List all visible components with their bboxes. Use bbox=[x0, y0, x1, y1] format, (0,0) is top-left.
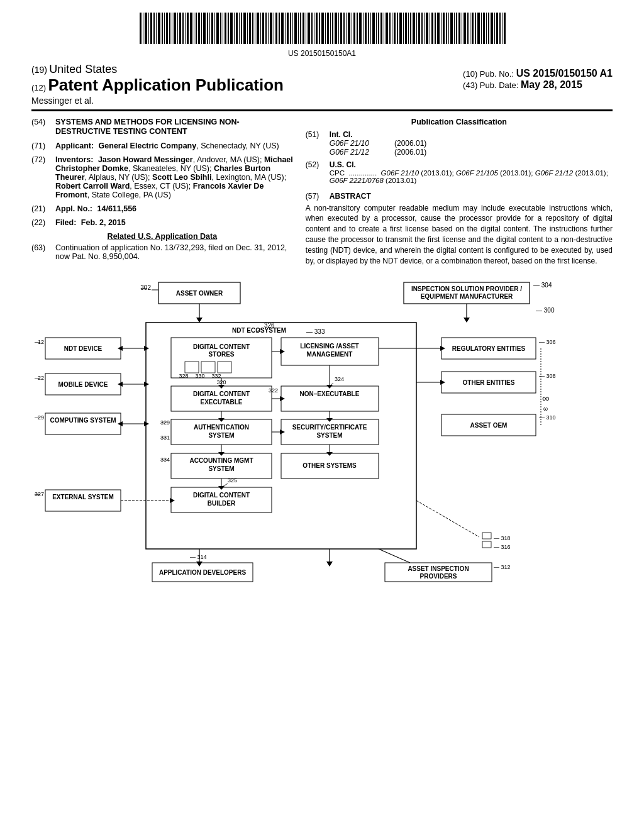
applicant-num: (71) bbox=[31, 141, 55, 150]
svg-text:—: — bbox=[35, 375, 40, 381]
type-num: (12) bbox=[31, 83, 46, 92]
svg-rect-16 bbox=[182, 13, 184, 44]
country-name: United States bbox=[49, 63, 117, 75]
svg-rect-133 bbox=[496, 13, 498, 44]
inventors-num: (72) bbox=[31, 155, 55, 199]
svg-text:—: — bbox=[35, 414, 40, 421]
svg-rect-108 bbox=[430, 13, 430, 44]
svg-line-226 bbox=[379, 549, 410, 563]
svg-rect-26 bbox=[209, 13, 210, 44]
int-cl-label: Int. Cl. bbox=[330, 130, 353, 139]
svg-marker-242 bbox=[218, 486, 225, 490]
svg-rect-104 bbox=[418, 13, 420, 44]
svg-rect-101 bbox=[410, 13, 411, 44]
svg-rect-233 bbox=[482, 541, 491, 548]
svg-marker-167 bbox=[280, 396, 285, 401]
svg-rect-63 bbox=[308, 13, 310, 44]
svg-marker-231 bbox=[326, 562, 333, 567]
svg-rect-1 bbox=[143, 13, 143, 44]
svg-rect-0 bbox=[140, 13, 142, 44]
label-314: — 314 bbox=[190, 554, 207, 560]
svg-rect-40 bbox=[247, 13, 248, 44]
svg-rect-50 bbox=[274, 13, 274, 44]
label-333: — 333 bbox=[306, 328, 325, 335]
svg-rect-20 bbox=[194, 13, 194, 44]
svg-rect-79 bbox=[352, 13, 352, 44]
svg-rect-49 bbox=[270, 13, 272, 44]
svg-marker-246 bbox=[326, 418, 333, 422]
svg-marker-248 bbox=[326, 452, 333, 456]
svg-rect-27 bbox=[211, 13, 213, 44]
label-328: 328 bbox=[179, 373, 188, 379]
pub-no-line: (10) Pub. No.: US 2015/0150150 A1 bbox=[463, 68, 613, 79]
svg-rect-132 bbox=[494, 13, 495, 44]
svg-line-234 bbox=[416, 501, 479, 537]
svg-rect-10 bbox=[166, 13, 168, 44]
left-header: (19) United States (12) Patent Applicati… bbox=[31, 63, 284, 106]
svg-rect-39 bbox=[243, 13, 246, 44]
us-cl-row: (52) U.S. Cl. CPC .............. G06F 21… bbox=[306, 160, 613, 184]
svg-rect-61 bbox=[303, 13, 304, 44]
label-308: — 308 bbox=[539, 373, 556, 379]
svg-text:—: — bbox=[161, 456, 167, 463]
pub-date-num: (43) bbox=[463, 80, 477, 90]
svg-rect-72 bbox=[332, 13, 333, 44]
svg-rect-123 bbox=[470, 13, 470, 44]
svg-rect-81 bbox=[357, 13, 358, 44]
right-header: (10) Pub. No.: US 2015/0150150 A1 (43) P… bbox=[463, 63, 613, 91]
svg-rect-28 bbox=[214, 13, 215, 44]
svg-rect-109 bbox=[431, 13, 433, 44]
svg-rect-232 bbox=[482, 533, 491, 539]
title-field: (54) SYSTEMS AND METHODS FOR LICENSING N… bbox=[31, 118, 293, 136]
pub-no-value: US 2015/0150150 A1 bbox=[516, 68, 613, 79]
svg-rect-57 bbox=[292, 13, 293, 44]
svg-text:SECURITY/CERTIFICATE: SECURITY/CERTIFICATE bbox=[292, 424, 367, 431]
svg-rect-14 bbox=[177, 13, 178, 44]
svg-text:NDT DEVICE: NDT DEVICE bbox=[64, 345, 103, 352]
svg-rect-33 bbox=[228, 13, 229, 44]
svg-text:AUTHENTICATION: AUTHENTICATION bbox=[194, 424, 249, 431]
svg-rect-13 bbox=[174, 13, 176, 44]
svg-rect-134 bbox=[499, 13, 501, 44]
svg-rect-122 bbox=[467, 13, 469, 44]
section-title: Publication Classification bbox=[306, 118, 613, 126]
label-332: 332 bbox=[211, 373, 221, 379]
svg-rect-107 bbox=[426, 13, 428, 44]
svg-rect-24 bbox=[203, 13, 206, 44]
svg-rect-3 bbox=[148, 13, 149, 44]
diagram-area: ASSET OWNER 302 — INSPECTION SOLUTION PR… bbox=[31, 276, 613, 584]
appl-no-num: (21) bbox=[31, 204, 55, 213]
svg-rect-36 bbox=[236, 13, 238, 44]
pub-date-line: (43) Pub. Date: May 28, 2015 bbox=[463, 79, 613, 91]
svg-rect-66 bbox=[316, 13, 318, 44]
svg-rect-41 bbox=[249, 13, 251, 44]
barcode-svg bbox=[133, 13, 511, 44]
svg-rect-15 bbox=[179, 13, 181, 44]
svg-rect-106 bbox=[424, 13, 425, 44]
svg-rect-30 bbox=[220, 13, 221, 44]
svg-rect-126 bbox=[477, 13, 480, 44]
filed-value: Feb. 2, 2015 bbox=[81, 218, 126, 227]
svg-rect-51 bbox=[275, 13, 277, 44]
appl-no-field: (21) Appl. No.: 14/611,556 bbox=[31, 204, 293, 213]
country-line: (19) United States bbox=[31, 63, 284, 76]
svg-rect-102 bbox=[413, 13, 415, 44]
svg-marker-144 bbox=[196, 318, 203, 323]
svg-rect-60 bbox=[300, 13, 301, 44]
svg-marker-236 bbox=[218, 385, 225, 389]
svg-rect-91 bbox=[384, 13, 384, 44]
label-304: — 304 bbox=[533, 282, 552, 289]
svg-rect-96 bbox=[397, 13, 398, 44]
svg-text:OTHER  ENTITIES: OTHER ENTITIES bbox=[463, 379, 515, 386]
inventors-label: Inventors: bbox=[55, 155, 93, 164]
svg-rect-97 bbox=[399, 13, 402, 44]
svg-rect-32 bbox=[225, 13, 226, 44]
continuation-content: Continuation of application No. 13/732,2… bbox=[55, 243, 293, 261]
svg-text:—: — bbox=[161, 434, 167, 441]
svg-rect-22 bbox=[198, 13, 200, 44]
svg-rect-48 bbox=[268, 13, 269, 44]
svg-rect-34 bbox=[230, 13, 233, 44]
svg-marker-219 bbox=[118, 421, 123, 426]
svg-rect-163 bbox=[281, 386, 379, 411]
applicant-content: Applicant: General Electric Company, Sch… bbox=[55, 141, 279, 150]
